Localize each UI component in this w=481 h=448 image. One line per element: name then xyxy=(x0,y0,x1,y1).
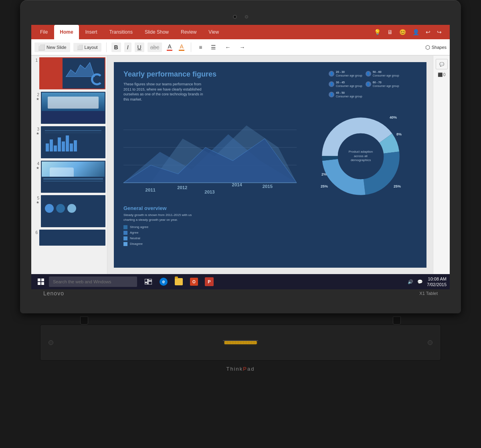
dock-bottom: ThinkPad xyxy=(40,361,441,377)
list-item[interactable]: 3 ★ xyxy=(33,126,105,158)
slide-thumb-2[interactable] xyxy=(41,92,105,124)
donut-label-40: 40% xyxy=(390,115,397,119)
list-unordered-icon[interactable]: ≡ xyxy=(196,42,205,52)
undo-icon[interactable]: ↩ xyxy=(424,28,432,36)
tab-view[interactable]: View xyxy=(203,25,224,39)
slide-number-1: 1 xyxy=(33,58,38,63)
general-title: General overview xyxy=(123,205,297,211)
legend-item-4: Disagree xyxy=(123,242,297,246)
keyboard-dock: ThinkPad xyxy=(40,317,441,377)
donut-label-2: 2% xyxy=(321,172,327,176)
ribbon-tabs-row: File Home Insert Transitions Slide Show xyxy=(31,25,450,39)
tab-insert[interactable]: Insert xyxy=(80,25,103,39)
list-item[interactable]: 6 xyxy=(33,230,105,246)
search-input[interactable] xyxy=(49,276,137,287)
slide-thumb-6[interactable] xyxy=(39,230,105,246)
list-item[interactable]: 2 ★ xyxy=(33,92,105,124)
donut-center-text: Product adaption across all demographics xyxy=(345,150,377,163)
underline-button[interactable]: U xyxy=(135,42,144,52)
windows-button[interactable] xyxy=(34,275,47,288)
new-slide-button[interactable]: ⬜ New Slide xyxy=(34,42,70,52)
toolbar-divider-2 xyxy=(191,42,191,52)
font-color-button[interactable]: A xyxy=(165,43,174,52)
strikethrough-button[interactable]: abc xyxy=(148,42,162,52)
donut-label-25-right: 25% xyxy=(394,184,401,188)
present-icon[interactable]: 🖥 xyxy=(386,28,394,36)
tab-file[interactable]: File xyxy=(34,25,53,39)
area-chart: 2011 2012 2013 2014 2015 xyxy=(123,112,297,200)
slide-thumb-5[interactable] xyxy=(41,195,105,227)
layout-button[interactable]: ⬜ Layout xyxy=(73,43,101,52)
slide-number-6: 6 xyxy=(33,230,38,235)
demo-item-2: 👤 50 - 60Consumer age group xyxy=(366,70,399,77)
slide-star-5: ★ xyxy=(36,200,39,204)
slide-star-4: ★ xyxy=(36,166,39,170)
screen: File Home Insert Transitions Slide Show xyxy=(31,25,450,289)
svg-rect-24 xyxy=(145,279,148,282)
notifications-icon[interactable]: 💬 xyxy=(417,279,423,285)
lenovo-logo: Lenovo xyxy=(43,290,64,297)
tab-slideshow[interactable]: Slide Show xyxy=(139,25,174,39)
slide-number-5: 5 xyxy=(34,196,39,200)
slide-thumb-3[interactable] xyxy=(41,126,105,158)
slide-thumb-4[interactable] xyxy=(41,161,105,193)
toolbar-divider-1 xyxy=(106,42,107,52)
list-item[interactable]: 1 xyxy=(33,57,105,89)
tab-review[interactable]: Review xyxy=(175,25,202,39)
powerpoint-icon[interactable]: P xyxy=(203,275,216,288)
font-highlight-button[interactable]: A xyxy=(177,43,186,52)
clock: 10:08 AM 7/02/2015 xyxy=(427,276,447,288)
svg-rect-20 xyxy=(38,278,40,281)
indent-left-icon[interactable]: ← xyxy=(222,42,233,52)
donut-label-25-left: 25% xyxy=(321,184,328,188)
svg-marker-0 xyxy=(66,63,95,77)
tab-home[interactable]: Home xyxy=(54,25,79,39)
task-view-icon[interactable] xyxy=(142,275,155,288)
bold-button[interactable]: B xyxy=(111,42,121,52)
svg-rect-23 xyxy=(41,282,44,285)
slide-number-4: 4 xyxy=(34,161,39,166)
taskbar: e O P xyxy=(31,274,450,289)
system-tray: 🔊 💬 10:08 AM 7/02/2015 xyxy=(408,276,447,288)
explorer-icon[interactable] xyxy=(172,275,185,288)
demo-item-5: 👤 45 - 50Consumer age group xyxy=(329,91,362,98)
slide-title: Yearly performance figures xyxy=(123,70,216,79)
tablet-shell: File Home Insert Transitions Slide Show xyxy=(20,0,461,377)
redo-icon[interactable]: ↪ xyxy=(435,28,443,36)
svg-rect-22 xyxy=(38,282,40,285)
slide-number-3: 3 xyxy=(34,127,39,131)
legend: Strong agree Agree xyxy=(123,225,297,246)
legend-item-3: Neutral xyxy=(123,236,297,240)
tab-transitions[interactable]: Transitions xyxy=(104,25,138,39)
general-text: Steady growth is shown from 2011-2015 wi… xyxy=(123,213,204,222)
slide-thumb-1[interactable] xyxy=(39,57,105,89)
dock-body xyxy=(40,325,441,361)
comments-icon[interactable]: 💬 xyxy=(436,59,448,69)
dock-clip-right xyxy=(393,317,401,325)
list-item[interactable]: 4 ★ xyxy=(33,161,105,193)
demographics-panel: 👤 20 - 30Consumer age group 👤 50 - 60Con… xyxy=(329,70,417,99)
svg-text:2015: 2015 xyxy=(263,184,273,189)
slide-star-3: ★ xyxy=(36,131,39,135)
dock-screw-2 xyxy=(428,340,432,345)
webcam xyxy=(233,15,237,19)
edge-icon[interactable]: e xyxy=(157,275,170,288)
svg-rect-21 xyxy=(41,278,44,281)
share-icon[interactable]: 👤 xyxy=(411,28,421,36)
tablet-bottom: Lenovo X1 Tablet xyxy=(31,289,450,297)
shapes-button[interactable]: ⬡ Shapes xyxy=(425,44,447,50)
slide-area: Yearly performance figures These figures… xyxy=(107,56,433,274)
dock-screw-1 xyxy=(49,340,53,345)
emoji-icon[interactable]: 😊 xyxy=(398,28,408,36)
font-highlight-bar xyxy=(179,50,184,51)
tablet-top-bar xyxy=(31,11,450,22)
indent-right-icon[interactable]: → xyxy=(236,42,248,52)
lightbulb-icon[interactable]: 💡 xyxy=(372,28,382,36)
office-icon[interactable]: O xyxy=(188,275,200,288)
list-item[interactable]: 5 ★ xyxy=(33,195,105,227)
model-name: X1 Tablet xyxy=(419,291,438,296)
list-ordered-icon[interactable]: ☰ xyxy=(208,42,219,52)
italic-button[interactable]: I xyxy=(124,42,131,52)
ppt-main: 1 xyxy=(31,56,450,274)
volume-icon[interactable]: 🔊 xyxy=(408,279,413,285)
